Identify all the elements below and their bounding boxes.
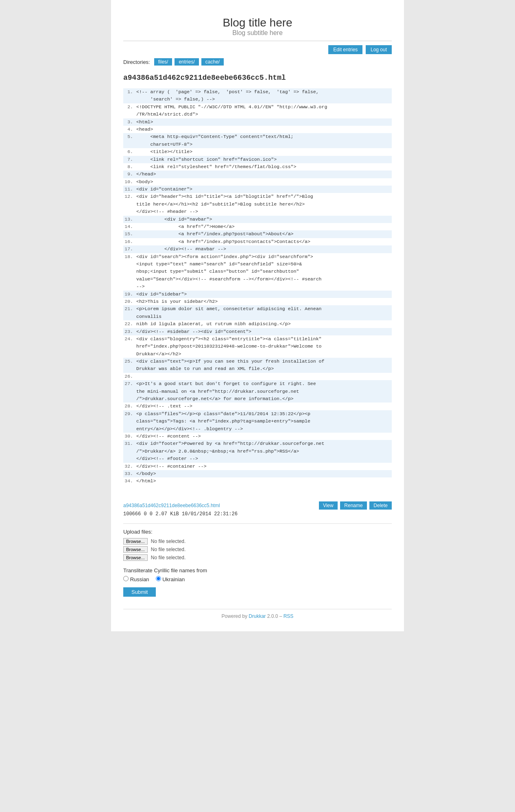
browse-button-2[interactable]: Browse...	[123, 546, 148, 553]
upload-label: Upload files:	[123, 529, 392, 535]
line-number: 8.	[123, 163, 136, 171]
transliterate-section: Transliterate Cyrillic file names from R…	[123, 567, 392, 597]
line-content: <title></title>	[136, 148, 392, 155]
line-content: <link rel="stylesheet" href="/themes/fla…	[136, 163, 392, 171]
code-line: 30.</div><!-- #content -->	[123, 433, 392, 440]
line-content: <div id="navbar">	[136, 216, 392, 223]
radio-ukrainian-text: Ukrainian	[162, 576, 185, 582]
line-content: <!-- array ( 'page' => false, 'post' => …	[136, 88, 392, 103]
file-info-section: a94386a51d462c9211de8eebe6636cc5.html Vi…	[123, 495, 392, 517]
line-number: 31.	[123, 440, 136, 447]
code-line: 27.<p>It's a good start but don't forget…	[123, 380, 392, 403]
code-line: 33.</body>	[123, 470, 392, 477]
line-number: 24.	[123, 335, 136, 343]
upload-row-3: Browse... No file selected.	[123, 554, 392, 561]
blog-subtitle: Blog subtitle here	[123, 29, 392, 37]
code-line: 15. <a href="/index.php?post=about">Abou…	[123, 230, 392, 238]
line-number: 21.	[123, 305, 136, 313]
code-line: 7. <link rel="shortcut icon" href="favic…	[123, 156, 392, 163]
line-content: </div><!-- #content -->	[136, 433, 392, 440]
line-number: 11.	[123, 186, 136, 193]
code-line: 32.</div><!-- #container -->	[123, 463, 392, 470]
code-line: 4.<head>	[123, 126, 392, 133]
upload-row-2: Browse... No file selected.	[123, 546, 392, 553]
line-number: 9.	[123, 171, 136, 178]
code-line: 34.</html>	[123, 477, 392, 485]
line-content: <!DOCTYPE HTML PUBLIC "-//W3C//DTD HTML …	[136, 103, 392, 118]
line-number: 2.	[123, 103, 136, 111]
log-out-button[interactable]: Log out	[366, 45, 392, 54]
code-line: 6. <title></title>	[123, 148, 392, 155]
code-block: 1.<!-- array ( 'page' => false, 'post' =…	[123, 88, 392, 485]
code-line: 10.<body>	[123, 178, 392, 186]
line-content: </div><!-- #container -->	[136, 463, 392, 470]
line-number: 7.	[123, 156, 136, 163]
line-number: 20.	[123, 298, 136, 305]
file-meta: 100666 0 0 2.07 KiB 10/01/2014 22:31:26	[123, 511, 392, 517]
line-content: <link rel="shortcut icon" href="favicon.…	[136, 156, 392, 163]
directories-label: Directories:	[123, 59, 150, 65]
line-content: </div><!-- #navbar -->	[136, 245, 392, 253]
line-content: </div><!-- #sidebar --><div id="content"…	[136, 328, 392, 335]
edit-entries-button[interactable]: Edit entries	[328, 45, 362, 54]
line-content: <a href="/index.php?post=contacts">Conta…	[136, 238, 392, 245]
view-button[interactable]: View	[319, 501, 338, 510]
code-line: 19.<div id="sidebar">	[123, 291, 392, 298]
page-footer: Powered by Drukkar 2.0.0 – RSS	[123, 609, 392, 619]
code-line: 18.<div id="search"><form action="index.…	[123, 253, 392, 291]
line-content: nibh id ligula placerat, ut rutrum nibh …	[136, 320, 392, 328]
line-number: 1.	[123, 88, 136, 96]
line-content: <p>It's a good start but don't forget to…	[136, 380, 392, 403]
radio-ukrainian-label[interactable]: Ukrainian	[156, 576, 185, 582]
line-content: <div id="search"><form action="index.php…	[136, 253, 392, 291]
code-line: 26.	[123, 373, 392, 380]
file-action-buttons: View Rename Delete	[318, 501, 392, 510]
code-line: 21.<p>Lorem ipsum dolor sit amet, consec…	[123, 305, 392, 320]
site-header: Blog title here Blog subtitle here	[123, 8, 392, 41]
delete-button[interactable]: Delete	[369, 501, 392, 510]
radio-group: Russian Ukrainian	[123, 576, 392, 582]
rename-button[interactable]: Rename	[340, 501, 367, 510]
radio-ukrainian[interactable]	[156, 576, 161, 581]
footer-rss-link[interactable]: RSS	[284, 613, 294, 619]
code-line: 24.<div class="blogentry"><h2 class="ent…	[123, 335, 392, 358]
line-number: 5.	[123, 133, 136, 140]
code-line: 17. </div><!-- #navbar -->	[123, 245, 392, 253]
line-number: 16.	[123, 238, 136, 245]
dir-cache[interactable]: cache/	[201, 58, 224, 66]
radio-russian-label[interactable]: Russian	[123, 576, 149, 582]
transliterate-label: Transliterate Cyrillic file names from	[123, 567, 392, 573]
radio-russian[interactable]	[123, 576, 129, 581]
line-number: 28.	[123, 403, 136, 410]
line-number: 10.	[123, 178, 136, 186]
line-content: <h2>This is your sidebar</h2>	[136, 298, 392, 305]
code-line: 22.nibh id ligula placerat, ut rutrum ni…	[123, 320, 392, 328]
line-content: </div><!-- .text -->	[136, 403, 392, 410]
upload-row-1: Browse... No file selected.	[123, 538, 392, 545]
code-line: 28.</div><!-- .text -->	[123, 403, 392, 410]
code-line: 16. <a href="/index.php?post=contacts">C…	[123, 238, 392, 245]
code-line: 8. <link rel="stylesheet" href="/themes/…	[123, 163, 392, 171]
line-number: 3.	[123, 118, 136, 126]
submit-button[interactable]: Submit	[123, 587, 156, 597]
line-number: 25.	[123, 358, 136, 365]
line-number: 6.	[123, 148, 136, 155]
blog-title: Blog title here	[123, 16, 392, 29]
upload-section: Upload files: Browse... No file selected…	[123, 523, 392, 561]
file-actions-row: a94386a51d462c9211de8eebe6636cc5.html Vi…	[123, 501, 392, 510]
line-number: 18.	[123, 253, 136, 260]
dir-entries[interactable]: entries/	[175, 58, 199, 66]
dir-files[interactable]: files/	[154, 58, 172, 66]
code-line: 5. <meta http-equiv="Content-Type" conte…	[123, 133, 392, 148]
line-content: <meta http-equiv="Content-Type" content=…	[136, 133, 392, 148]
browse-button-3[interactable]: Browse...	[123, 554, 148, 561]
line-number: 33.	[123, 470, 136, 477]
footer-drukkar-link[interactable]: Drukkar	[249, 613, 266, 619]
browse-button-1[interactable]: Browse...	[123, 538, 148, 545]
file-name-link[interactable]: a94386a51d462c9211de8eebe6636cc5.html	[123, 503, 220, 508]
file-title: a94386a51d462c9211de8eebe6636cc5.html	[123, 74, 392, 82]
line-content: </body>	[136, 470, 392, 477]
no-file-text-2: No file selected.	[151, 547, 185, 552]
footer-powered-by: Powered by	[222, 613, 249, 619]
no-file-text-3: No file selected.	[151, 555, 185, 560]
